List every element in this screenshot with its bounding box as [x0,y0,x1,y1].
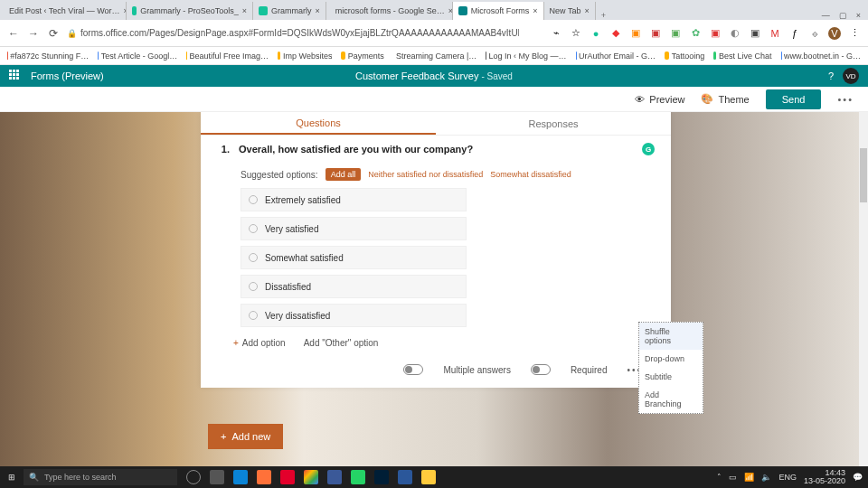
menu-item-dropdown[interactable]: Drop-down [639,350,703,368]
bookmark[interactable]: Payments [341,52,383,61]
choice-option[interactable]: Dissatisfied [241,275,467,298]
browser-tab[interactable]: New Tab× [544,2,596,20]
bookmark[interactable]: Best Live Chat [713,52,771,61]
address-bar[interactable]: 🔒 forms.office.com/Pages/DesignPage.aspx… [67,28,519,38]
start-button[interactable]: ⊞ [0,473,24,482]
cortana-icon[interactable] [186,470,201,484]
grammarly-icon[interactable]: G [642,143,655,155]
plus-icon: + [221,431,226,442]
bookmark[interactable]: Beautiful Free Imag… [186,52,269,61]
bookmark[interactable]: UrAuthor Email - G… [576,52,656,61]
taskbar-search[interactable]: 🔍Type here to search [24,469,177,485]
choice-option[interactable]: Somewhat satisfied [241,246,467,269]
preview-button[interactable]: 👁Preview [635,94,684,105]
close-icon[interactable]: × [242,6,247,15]
tab-responses[interactable]: Responses [436,112,671,135]
back-icon[interactable]: ← [7,27,20,40]
radio-icon [249,253,258,262]
close-icon[interactable]: × [584,6,589,15]
close-icon[interactable]: × [533,6,537,15]
ext-icon[interactable]: ◐ [729,27,741,40]
ext-icon[interactable]: ◆ [609,27,622,40]
edge-icon[interactable] [233,470,248,484]
ext-icon[interactable]: ⟐ [808,27,821,40]
bookmark[interactable]: www.bootnet.in - G… [781,52,861,61]
notifications-icon[interactable]: 💬 [853,473,863,482]
bookmark[interactable]: #fa872c Stunning F… [7,52,89,61]
ext-icon[interactable]: ● [590,27,602,40]
tray-chevron-icon[interactable]: ˄ [717,473,722,482]
browser-tab[interactable]: microsoft forms - Google Se…× [326,2,453,20]
choice-option[interactable]: Extremely satisfied [241,188,467,211]
key-icon[interactable]: ⌁ [550,27,562,40]
menu-item-shuffle[interactable]: Shuffle options [639,323,703,350]
ext-icon[interactable]: ▣ [649,27,662,40]
app-launcher-icon[interactable] [9,70,22,82]
ext-icon[interactable]: M [769,27,781,40]
window-maximize-icon[interactable]: ▢ [839,11,847,20]
ext-icon[interactable]: ▣ [709,27,722,40]
taskview-icon[interactable] [210,470,224,484]
multiple-answers-toggle[interactable] [403,364,423,375]
profile-avatar[interactable]: V [828,27,841,40]
language-indicator[interactable]: ENG [778,473,797,482]
forward-icon[interactable]: → [27,27,40,40]
ext-icon[interactable]: ▣ [669,27,682,40]
required-toggle[interactable] [531,364,551,375]
close-icon[interactable]: × [316,6,320,15]
tab-questions[interactable]: Questions [201,112,436,135]
ext-icon[interactable]: ƒ [788,27,801,40]
reload-icon[interactable]: ⟳ [47,27,60,40]
app-icon[interactable] [327,470,342,484]
ext-icon[interactable]: ▣ [629,27,642,40]
add-option-button[interactable]: +Add option [233,338,286,348]
bookmark[interactable]: Imp Websites [278,52,332,61]
ext-icon[interactable]: ✿ [689,27,702,40]
product-name: Forms (Preview) [31,70,104,81]
window-minimize-icon[interactable]: — [822,11,830,20]
more-icon[interactable]: ••• [837,94,854,105]
browser-tab-active[interactable]: Microsoft Forms× [453,2,544,20]
chrome-icon[interactable] [304,470,318,484]
opera-icon[interactable] [280,470,295,484]
help-icon[interactable]: ? [828,70,834,81]
explorer-icon[interactable] [421,470,436,484]
url-text: forms.office.com/Pages/DesignPage.aspx#F… [80,28,519,38]
question-text[interactable]: Overall, how satisfied are you with our … [239,144,473,155]
newtab-button[interactable]: + [596,11,611,20]
send-button[interactable]: Send [766,89,822,109]
firefox-icon[interactable] [257,470,271,484]
browser-tab[interactable]: Grammarly - ProSeoTools_× [127,2,253,20]
kebab-icon[interactable]: ⋮ [848,27,861,40]
bookmark[interactable]: Streaming Camera |… [393,52,476,61]
photoshop-icon[interactable] [374,470,389,484]
user-avatar[interactable]: VD [843,68,859,84]
volume-icon[interactable]: 🔈 [761,473,771,482]
bookmark[interactable]: Tattooing [665,52,704,61]
theme-button[interactable]: 🎨Theme [701,93,749,105]
word-icon[interactable] [398,470,412,484]
wifi-icon[interactable]: 📶 [744,473,754,482]
ext-icon[interactable]: ▣ [749,27,761,40]
battery-icon[interactable]: ▭ [729,473,737,482]
clock[interactable]: 14:43 13-05-2020 [804,469,845,485]
radio-icon [249,195,258,204]
choice-option[interactable]: Very dissatisfied [241,304,467,327]
suggested-chip[interactable]: Neither satisfied nor dissatisfied [368,170,483,179]
menu-item-subtitle[interactable]: Subtitle [639,368,703,386]
menu-item-branching[interactable]: Add Branching [639,386,703,413]
add-new-button[interactable]: + Add new [208,424,283,449]
suggested-chip[interactable]: Somewhat dissatisfied [490,170,571,179]
browser-tabstrip: Edit Post ‹ Tech Viral — Wor…× Grammarly… [0,0,868,20]
vertical-scrollbar[interactable] [859,112,868,470]
add-all-button[interactable]: Add all [326,168,362,181]
bookmark[interactable]: Test Article - Googl… [98,52,177,61]
choice-option[interactable]: Very satisfied [241,217,467,240]
browser-tab[interactable]: Edit Post ‹ Tech Viral — Wor…× [0,2,127,20]
add-other-button[interactable]: Add "Other" option [304,338,379,348]
whatsapp-icon[interactable] [351,470,365,484]
browser-tab[interactable]: Grammarly× [253,2,326,20]
star-icon[interactable]: ☆ [570,27,582,40]
bookmark[interactable]: Log In ‹ My Blog —… [486,52,566,61]
window-close-icon[interactable]: × [856,11,861,20]
